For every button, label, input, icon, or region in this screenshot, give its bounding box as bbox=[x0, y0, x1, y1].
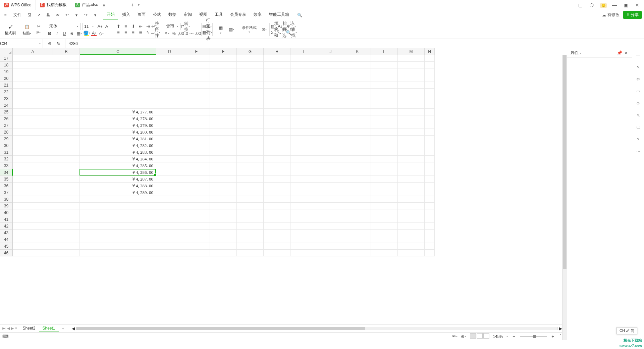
cell[interactable] bbox=[237, 55, 264, 62]
row-header[interactable]: 31 bbox=[0, 149, 13, 156]
cell[interactable]: ￥4, 283. 00 bbox=[80, 149, 156, 156]
cell[interactable]: ￥4, 286. 00 bbox=[80, 169, 156, 176]
cell[interactable] bbox=[183, 162, 210, 169]
cell[interactable] bbox=[398, 230, 425, 236]
cell[interactable] bbox=[183, 230, 210, 236]
align-bottom-icon[interactable]: ⬇ bbox=[130, 24, 136, 29]
cell[interactable] bbox=[53, 55, 80, 62]
increase-font-icon[interactable]: A+ bbox=[97, 24, 103, 29]
more-icon[interactable]: ⋯ bbox=[635, 148, 642, 155]
cell[interactable] bbox=[317, 75, 344, 82]
cell[interactable] bbox=[53, 129, 80, 136]
borders-icon[interactable]: ▦▾ bbox=[76, 31, 82, 36]
cell[interactable] bbox=[156, 62, 183, 68]
cell[interactable] bbox=[371, 236, 398, 243]
edit-icon[interactable]: ✎ bbox=[635, 112, 642, 119]
cell[interactable] bbox=[210, 142, 237, 149]
cell[interactable] bbox=[264, 142, 290, 149]
cell[interactable] bbox=[398, 236, 425, 243]
cell[interactable] bbox=[156, 230, 183, 236]
cell[interactable] bbox=[264, 243, 290, 250]
cell[interactable] bbox=[80, 95, 156, 102]
row-header[interactable]: 22 bbox=[0, 89, 13, 95]
cell[interactable] bbox=[13, 149, 53, 156]
cell[interactable] bbox=[237, 162, 264, 169]
cell[interactable] bbox=[13, 250, 53, 256]
cell[interactable] bbox=[425, 95, 435, 102]
cell[interactable] bbox=[425, 142, 435, 149]
save-icon[interactable]: 🖫 bbox=[26, 12, 33, 18]
select-all-corner[interactable] bbox=[0, 48, 13, 55]
cell[interactable] bbox=[344, 109, 371, 115]
cell[interactable] bbox=[264, 236, 290, 243]
cell[interactable] bbox=[183, 223, 210, 230]
cell[interactable] bbox=[344, 169, 371, 176]
cell[interactable]: ￥4, 280. 00 bbox=[80, 129, 156, 136]
cell[interactable] bbox=[156, 82, 183, 89]
cell[interactable] bbox=[80, 89, 156, 95]
cell[interactable] bbox=[317, 149, 344, 156]
cell[interactable] bbox=[80, 82, 156, 89]
cell[interactable] bbox=[13, 189, 53, 196]
cell[interactable] bbox=[264, 109, 290, 115]
cell[interactable] bbox=[210, 230, 237, 236]
cell[interactable] bbox=[371, 142, 398, 149]
cell[interactable] bbox=[156, 196, 183, 203]
cell[interactable] bbox=[264, 62, 290, 68]
cell[interactable] bbox=[80, 243, 156, 250]
cell[interactable] bbox=[398, 115, 425, 122]
cell[interactable] bbox=[317, 196, 344, 203]
cell[interactable] bbox=[210, 250, 237, 256]
cell[interactable] bbox=[13, 203, 53, 209]
worksheet-button[interactable]: ▦ 工作表▾ bbox=[204, 30, 210, 35]
cell[interactable] bbox=[371, 129, 398, 136]
cell[interactable] bbox=[317, 156, 344, 162]
cell-styles-button[interactable]: ▨▾ bbox=[229, 27, 234, 32]
cell[interactable] bbox=[425, 129, 435, 136]
menu-tab-9[interactable]: 效率 bbox=[250, 10, 265, 19]
column-header[interactable]: J bbox=[317, 48, 344, 55]
cell[interactable] bbox=[183, 196, 210, 203]
select-tool-icon[interactable]: ↖ bbox=[635, 64, 642, 70]
cell[interactable] bbox=[398, 102, 425, 109]
cell[interactable] bbox=[13, 236, 53, 243]
cell[interactable] bbox=[237, 82, 264, 89]
cell[interactable] bbox=[237, 136, 264, 142]
cell[interactable] bbox=[290, 122, 317, 129]
currency-icon[interactable]: ￥▾ bbox=[164, 31, 169, 36]
new-tab-menu[interactable]: ▾ bbox=[137, 3, 141, 7]
cell[interactable] bbox=[80, 230, 156, 236]
cell[interactable] bbox=[398, 75, 425, 82]
cell[interactable] bbox=[344, 115, 371, 122]
filter-button[interactable]: ⌄ 筛选▾ bbox=[280, 30, 286, 35]
row-header[interactable]: 17 bbox=[0, 55, 13, 62]
cell[interactable] bbox=[156, 102, 183, 109]
cell[interactable] bbox=[13, 142, 53, 149]
cell[interactable] bbox=[156, 156, 183, 162]
cell[interactable] bbox=[13, 55, 53, 62]
cell[interactable] bbox=[156, 169, 183, 176]
row-header[interactable]: 44 bbox=[0, 236, 13, 243]
cell[interactable] bbox=[13, 115, 53, 122]
name-box[interactable]: C34 ▾ bbox=[0, 39, 43, 48]
cell[interactable] bbox=[53, 122, 80, 129]
cell[interactable] bbox=[156, 216, 183, 223]
cell-size-button[interactable]: ⊡▾ bbox=[261, 27, 267, 32]
column-header[interactable]: D bbox=[156, 48, 183, 55]
cell[interactable] bbox=[398, 68, 425, 75]
cell[interactable] bbox=[264, 129, 290, 136]
cell[interactable] bbox=[53, 149, 80, 156]
focus-icon[interactable]: ⊕▾ bbox=[461, 334, 466, 339]
cell[interactable] bbox=[317, 129, 344, 136]
cell[interactable] bbox=[183, 89, 210, 95]
cell[interactable] bbox=[371, 95, 398, 102]
number-format-select[interactable]: 货币▾ bbox=[164, 23, 180, 30]
cell[interactable] bbox=[344, 142, 371, 149]
cell[interactable] bbox=[80, 250, 156, 256]
cell[interactable] bbox=[398, 209, 425, 216]
bold-icon[interactable]: B bbox=[47, 31, 52, 36]
cell[interactable]: ￥4, 288. 00 bbox=[80, 183, 156, 189]
cell[interactable] bbox=[156, 75, 183, 82]
cell[interactable] bbox=[264, 203, 290, 209]
cell[interactable] bbox=[53, 189, 80, 196]
